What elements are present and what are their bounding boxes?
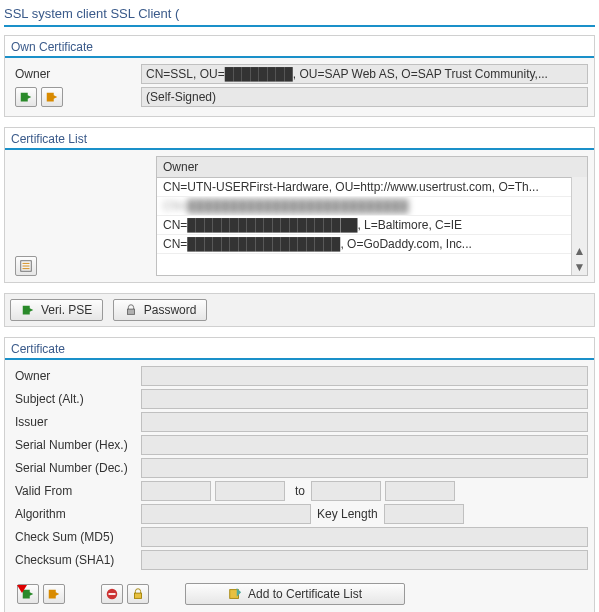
serial-dec-field	[141, 458, 588, 478]
issuer-label: Issuer	[11, 415, 141, 429]
add-to-cert-list-button[interactable]: Add to Certificate List	[185, 583, 405, 605]
cert-list-header: Owner	[157, 157, 587, 178]
password-label: Password	[144, 303, 197, 317]
certificate-panel: Certificate Owner Subject (Alt.) Issuer …	[4, 337, 595, 612]
algorithm-label: Algorithm	[11, 507, 141, 521]
algorithm-field	[141, 504, 311, 524]
page-title: SSL system client SSL Client (	[4, 4, 595, 27]
table-row[interactable]: CN=██████████████████████████	[157, 197, 587, 216]
table-row[interactable]: CN=UTN-USERFirst-Hardware, OU=http://www…	[157, 178, 587, 197]
svg-rect-3	[109, 593, 116, 595]
valid-from-time	[215, 481, 285, 501]
table-row[interactable]: CN=██████████████████, O=GoDaddy.com, In…	[157, 235, 587, 254]
cert-owner-field	[141, 366, 588, 386]
lock-icon[interactable]	[127, 584, 149, 604]
serial-hex-label: Serial Number (Hex.)	[11, 438, 141, 452]
cert-owner-label: Owner	[11, 369, 141, 383]
subject-alt-field	[141, 389, 588, 409]
valid-to-time	[385, 481, 455, 501]
valid-to-date	[311, 481, 381, 501]
password-button[interactable]: Password	[113, 299, 208, 321]
delete-icon[interactable]	[101, 584, 123, 604]
table-row[interactable]: CN=████████████████████, L=Baltimore, C=…	[157, 216, 587, 235]
subject-alt-label: Subject (Alt.)	[11, 392, 141, 406]
svg-rect-1	[127, 309, 134, 314]
issuer-field	[141, 412, 588, 432]
valid-from-label: Valid From	[11, 484, 141, 498]
own-certificate-panel: Own Certificate Owner CN=SSL, OU=███████…	[4, 35, 595, 117]
verify-pse-button[interactable]: Veri. PSE	[10, 299, 103, 321]
keylength-field	[384, 504, 464, 524]
keylength-label: Key Length	[311, 507, 384, 521]
cert-list-title: Certificate List	[5, 128, 594, 150]
certificate-title: Certificate	[5, 338, 594, 360]
certificate-list-panel: Certificate List Owner CN=UTN-USERFirst-…	[4, 127, 595, 283]
export-icon[interactable]	[41, 87, 63, 107]
valid-from-date	[141, 481, 211, 501]
serial-dec-label: Serial Number (Dec.)	[11, 461, 141, 475]
scroll-up-icon[interactable]: ▲	[574, 243, 586, 259]
add-to-cert-list-label: Add to Certificate List	[248, 587, 362, 601]
self-signed-value: (Self-Signed)	[141, 87, 588, 107]
svg-rect-4	[135, 593, 142, 598]
sha1-field	[141, 550, 588, 570]
scrollbar[interactable]: ▲ ▼	[571, 177, 587, 275]
md5-label: Check Sum (MD5)	[11, 530, 141, 544]
owner-value: CN=SSL, OU=████████, OU=SAP Web AS, O=SA…	[141, 64, 588, 84]
cert-list-table[interactable]: Owner CN=UTN-USERFirst-Hardware, OU=http…	[156, 156, 588, 276]
to-label: to	[289, 484, 311, 498]
details-icon[interactable]	[15, 256, 37, 276]
md5-field	[141, 527, 588, 547]
owner-label: Owner	[11, 67, 141, 81]
mid-toolbar: Veri. PSE Password	[4, 293, 595, 327]
own-cert-title: Own Certificate	[5, 36, 594, 58]
scroll-down-icon[interactable]: ▼	[574, 259, 586, 275]
serial-hex-field	[141, 435, 588, 455]
sha1-label: Checksum (SHA1)	[11, 553, 141, 567]
export-cert-icon[interactable]	[43, 584, 65, 604]
import-icon[interactable]	[15, 87, 37, 107]
red-arrow-icon	[15, 581, 29, 595]
verify-pse-label: Veri. PSE	[41, 303, 92, 317]
